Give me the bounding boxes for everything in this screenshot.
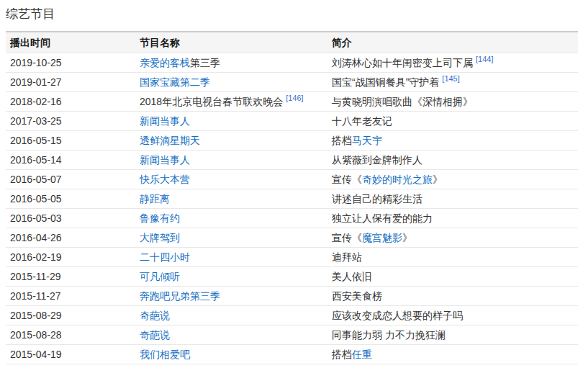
- text-segment: 》: [402, 232, 412, 243]
- text-segment: 西安美食榜: [332, 290, 382, 302]
- table-row: 2016-05-07快乐大本营宣传《奇妙的时光之旅》: [6, 170, 578, 189]
- reference-link[interactable]: [145]: [442, 74, 459, 83]
- text-segment: 迪拜站: [332, 251, 362, 263]
- text-segment: 搭档: [332, 135, 352, 146]
- air-date-cell: 2015-08-28: [6, 326, 135, 345]
- program-name-cell: 奇葩说: [135, 306, 327, 326]
- reference-link[interactable]: [146]: [286, 94, 303, 102]
- air-date-cell: 2018-02-16: [6, 92, 135, 112]
- reference-link[interactable]: [144]: [476, 55, 493, 63]
- table-row: 2016-04-26大牌驾到宣传《魔宫魅影》: [6, 228, 578, 248]
- introduction-cell: 国宝“战国铜餐具”守护着[145]: [327, 73, 578, 92]
- table-row: 2018-02-162018年北京电视台春节联欢晚会[146]与黄晓明演唱歌曲《…: [6, 92, 578, 112]
- program-link[interactable]: 静距离: [140, 193, 170, 205]
- air-date-cell: 2016-05-05: [6, 189, 135, 209]
- text-segment: 美人依旧: [332, 271, 372, 282]
- program-link[interactable]: 新闻当事人: [140, 154, 190, 166]
- introduction-cell: 西安美食榜: [327, 287, 578, 306]
- program-link[interactable]: 奇葩说: [140, 329, 170, 341]
- column-header-air-date: 播出时间: [6, 32, 135, 53]
- program-name-cell: 二十四小时: [135, 248, 327, 267]
- program-link[interactable]: 鲁豫有约: [140, 212, 180, 224]
- air-date-cell: 2016-05-07: [6, 170, 135, 189]
- column-header-program-name: 节目名称: [135, 32, 327, 53]
- variety-shows-section: 综艺节目 播出时间 节目名称 简介 2019-10-25亲爱的客栈第三季刘涛林心…: [0, 0, 588, 368]
- air-date-cell: 2016-02-19: [6, 248, 135, 267]
- table-row: 2016-05-14新闻当事人从紫薇到金牌制作人: [6, 151, 578, 170]
- program-name-cell: 奔跑吧兄弟第三季: [135, 287, 327, 306]
- inline-link[interactable]: 马天宇: [352, 135, 382, 146]
- air-date-cell: 2019-10-25: [6, 53, 135, 73]
- text-segment: 与黄晓明演唱歌曲《深情相拥》: [332, 96, 473, 107]
- inline-link[interactable]: 任重: [352, 349, 372, 360]
- program-name-cell: 国家宝藏第二季: [135, 73, 327, 92]
- text-segment: 宣传《: [332, 174, 362, 185]
- text-segment: 讲述自己的精彩生活: [332, 193, 422, 205]
- text-segment: 2018年北京电视台春节联欢晚会: [140, 96, 283, 107]
- table-row: 2016-05-15透鲜滴星期天搭档马天宇: [6, 131, 578, 151]
- air-date-cell: 2015-08-29: [6, 306, 135, 326]
- program-link[interactable]: 奔跑吧兄弟第三季: [140, 290, 220, 302]
- text-segment: 刘涛林心如十年闺密变上司下属: [332, 57, 473, 68]
- table-row: 2015-11-29可凡倾听美人依旧: [6, 267, 578, 287]
- introduction-cell: 搭档任重: [327, 345, 578, 364]
- section-title: 综艺节目: [6, 7, 588, 22]
- reference-marker: [144]: [476, 55, 493, 63]
- program-link[interactable]: 亲爱的客栈: [140, 57, 190, 68]
- program-name-cell: 奇葩说: [135, 326, 327, 345]
- introduction-cell: 独立让人保有爱的能力: [327, 209, 578, 228]
- text-segment: 第三季: [190, 57, 220, 68]
- program-link[interactable]: 快乐大本营: [140, 174, 190, 185]
- program-name-cell: 鲁豫有约: [135, 209, 327, 228]
- program-link[interactable]: 大牌驾到: [140, 232, 180, 243]
- program-link[interactable]: 奇葩说: [140, 310, 170, 321]
- air-date-cell: 2015-04-19: [6, 345, 135, 364]
- table-row: 2015-08-28奇葩说同事能力弱 力不力挽狂澜: [6, 326, 578, 345]
- table-row: 2015-11-27奔跑吧兄弟第三季西安美食榜: [6, 287, 578, 306]
- program-link[interactable]: 新闻当事人: [140, 115, 190, 127]
- program-name-cell: 2018年北京电视台春节联欢晚会[146]: [135, 92, 327, 112]
- program-name-cell: 亲爱的客栈第三季: [135, 53, 327, 73]
- program-name-cell: 快乐大本营: [135, 170, 327, 189]
- text-segment: 同事能力弱 力不力挽狂澜: [332, 329, 445, 341]
- introduction-cell: 从紫薇到金牌制作人: [327, 151, 578, 170]
- program-link[interactable]: 国家宝藏第二季: [140, 76, 210, 88]
- program-name-cell: 新闻当事人: [135, 151, 327, 170]
- text-segment: 》: [433, 174, 443, 185]
- reference-marker: [145]: [442, 74, 459, 83]
- program-name-cell: 我们相爱吧: [135, 345, 327, 364]
- table-row: 2016-02-19二十四小时迪拜站: [6, 248, 578, 267]
- table-row: 2019-01-27国家宝藏第二季国宝“战国铜餐具”守护着[145]: [6, 73, 578, 92]
- air-date-cell: 2016-05-03: [6, 209, 135, 228]
- introduction-cell: 应该改变成恋人想要的样子吗: [327, 306, 578, 326]
- introduction-cell: 同事能力弱 力不力挽狂澜: [327, 326, 578, 345]
- introduction-cell: 与黄晓明演唱歌曲《深情相拥》: [327, 92, 578, 112]
- text-segment: 搭档: [332, 349, 352, 360]
- introduction-cell: 刘涛林心如十年闺密变上司下属[144]: [327, 53, 578, 73]
- reference-marker: [146]: [286, 94, 303, 102]
- program-name-cell: 静距离: [135, 189, 327, 209]
- air-date-cell: 2016-05-14: [6, 151, 135, 170]
- air-date-cell: 2015-11-29: [6, 267, 135, 287]
- text-segment: 宣传《: [332, 232, 362, 243]
- introduction-cell: 宣传《奇妙的时光之旅》: [327, 170, 578, 189]
- program-name-cell: 新闻当事人: [135, 112, 327, 131]
- program-link[interactable]: 二十四小时: [140, 251, 190, 263]
- text-segment: 国宝“战国铜餐具”守护着: [332, 76, 439, 88]
- introduction-cell: 搭档马天宇: [327, 131, 578, 151]
- table-row: 2016-05-05静距离讲述自己的精彩生活: [6, 189, 578, 209]
- introduction-cell: 宣传《魔宫魅影》: [327, 228, 578, 248]
- inline-link[interactable]: 魔宫魅影: [362, 232, 402, 243]
- program-link[interactable]: 透鲜滴星期天: [140, 135, 200, 146]
- program-name-cell: 大牌驾到: [135, 228, 327, 248]
- program-link[interactable]: 可凡倾听: [140, 271, 180, 282]
- inline-link[interactable]: 奇妙的时光之旅: [362, 174, 433, 185]
- air-date-cell: 2016-04-26: [6, 228, 135, 248]
- air-date-cell: 2015-11-27: [6, 287, 135, 306]
- introduction-cell: 十八年老友记: [327, 112, 578, 131]
- introduction-cell: 美人依旧: [327, 267, 578, 287]
- introduction-cell: 迪拜站: [327, 248, 578, 267]
- table-row: 2016-05-03鲁豫有约独立让人保有爱的能力: [6, 209, 578, 228]
- header-row: 播出时间 节目名称 简介: [6, 32, 578, 53]
- program-link[interactable]: 我们相爱吧: [140, 349, 190, 360]
